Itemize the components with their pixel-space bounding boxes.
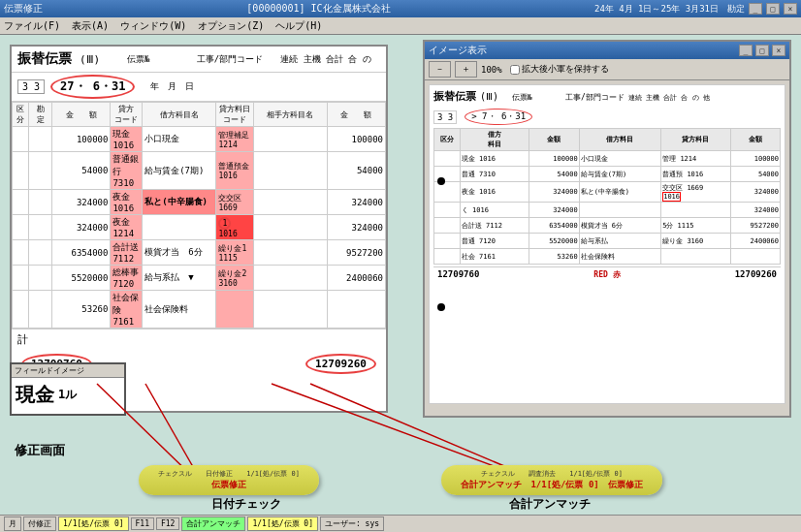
popup-suffix: 1ル	[58, 387, 77, 403]
menu-window[interactable]: ウィンドウ(W)	[120, 19, 186, 33]
img-table-row: く 1016 324000 324000	[434, 203, 781, 218]
status-f11: F11	[131, 517, 154, 530]
form-num-field[interactable]: 3 3	[17, 79, 45, 94]
popup-kanji: 現金	[16, 382, 54, 408]
img-total-left: 12709760	[437, 269, 479, 280]
table-row: 54000 普通銀行7310 給与賃金(7期) 普通預金1016 54000	[13, 152, 386, 190]
date-label: 年 月 日	[150, 80, 194, 93]
img-form-sub: (Ⅲ)	[480, 91, 498, 102]
menu-file[interactable]: ファイル(F)	[4, 19, 60, 33]
minimize-button[interactable]: _	[749, 3, 762, 15]
title-bar-left: 伝票修正	[4, 2, 43, 16]
field-image-popup: フィールドイメージ 現金 1ル	[10, 362, 126, 416]
status-count2: 1/1[処/伝票 0]	[247, 516, 318, 531]
table-row: 324000 夜金1016 私と(中辛腸食) 交交区1669 324000	[13, 190, 386, 215]
popup-content: 現金 1ル	[12, 378, 124, 412]
table-row: 100000 現金1016 小口現金 管理補足1214 100000	[13, 127, 386, 152]
keep-zoom-option: 拡大後小軍を保持する	[510, 63, 609, 76]
table-row: 5520000 総棒事7120 給与系払 ▼ 繰り金23160 2400060	[13, 266, 386, 291]
col-ac-header: 勘定	[29, 103, 52, 127]
oval1-row1: チェクスル 日付修正 1/1[処/伝票 0]	[158, 469, 300, 479]
img-form-title: 振替伝票	[433, 89, 476, 104]
img-date: > 7・ 6・31	[465, 109, 532, 125]
img-table-row: 普通 7120 5520000 給与系払 繰り金 3160 2400060	[434, 234, 781, 249]
zoom-in-button[interactable]: ＋	[455, 61, 477, 78]
keep-zoom-label: 拡大後小軍を保持する	[522, 63, 609, 76]
img-table-row: 合計送 7112 6354000 模貨才当 6分 5分 1115 9527200	[434, 218, 781, 234]
content-area: 振替伝票 (Ⅲ) 伝票№ 工事/部門コード 連続 主機 合計 合 の 3 3 2…	[0, 35, 801, 532]
bottom-oval-area: チェクスル 日付修正 1/1[処/伝票 0] 伝票修正 チェクスル 調査消去 1…	[0, 465, 801, 495]
status-correction: 付修正	[23, 516, 56, 531]
form-title: 振替伝票	[17, 50, 72, 68]
img-denno: 伝票№	[512, 92, 532, 103]
col-debit-code-header: 貸方コード	[111, 103, 143, 127]
status-bar: 月 付修正 1/1[処/伝票 0] F11 F12 合計アンマッチ 1/1[処/…	[0, 515, 801, 532]
right-panel-title-text: イメージ表示	[429, 44, 487, 57]
status-f12: F12	[156, 517, 179, 530]
img-total-row: 12709760 RED 赤 12709260	[433, 266, 781, 282]
main-window: 伝票修正 [00000001] IC化金属株式会社 24年 4月 1日～25年 …	[0, 0, 801, 532]
table-row: 324000 夜金1214 11016 324000	[13, 215, 386, 240]
img-table: 区分 借方科目 金額 借方料目 貸方科目 金額 現金 1016	[433, 128, 781, 265]
img-table-row: 現金 1016 100000 小口現金 管理 1214 100000	[434, 151, 781, 167]
col-credit-name-header: 相手方科目名	[253, 103, 327, 127]
left-form-panel: 振替伝票 (Ⅲ) 伝票№ 工事/部門コード 連続 主機 合計 合 の 3 3 2…	[10, 45, 388, 413]
keep-zoom-checkbox[interactable]	[510, 65, 520, 75]
img-misc: 連続 主機 合計 合 の 他	[628, 93, 710, 103]
col-amount-header: 金 額	[52, 103, 111, 127]
menu-view[interactable]: 表示(A)	[72, 19, 109, 33]
img-num: 3 3	[433, 110, 457, 124]
denno-label: 伝票№	[127, 53, 149, 66]
zoom-out-button[interactable]: －	[429, 61, 451, 78]
title-bar-right: 24年 4月 1日～25年 3月31日 勘定 _ □ ×	[594, 3, 797, 16]
app-title: 伝票修正	[4, 2, 43, 16]
menu-help[interactable]: ヘルプ(H)	[275, 19, 322, 33]
right-minimize-btn[interactable]: _	[739, 45, 753, 56]
right-panel-win-btns: _ □ ×	[739, 45, 785, 56]
right-panel: イメージ表示 _ □ × － ＋ 100% 拡大後小軍を保持する	[423, 40, 791, 418]
table-row: 6354000 合計送7112 模貨才当 6分 繰り金11115 9527200	[13, 240, 386, 266]
col-debit-name-header: 借方科目名	[143, 103, 216, 127]
koji-code-label: 工事/部門コード	[197, 53, 263, 66]
status-month: 月	[4, 516, 21, 531]
total-mismatch-label: 合計アンマッチ	[509, 496, 591, 513]
title-bar-info: 24年 4月 1日～25年 3月31日 勘定	[594, 3, 745, 16]
menu-bar: ファイル(F) 表示(A) ウィンドウ(W) オプション(Z) ヘルプ(H)	[0, 17, 801, 35]
img-table-row: 社会 7161 53260 社会保険料	[434, 249, 781, 265]
img-header-row: 3 3 > 7・ 6・31	[433, 109, 781, 125]
dot-marker-1	[437, 177, 445, 185]
correction-label: 修正画面	[15, 442, 65, 459]
right-panel-title: イメージ表示 _ □ ×	[425, 42, 789, 59]
date-check-label: 日付チェック	[211, 496, 281, 513]
right-close-btn[interactable]: ×	[772, 45, 785, 56]
form-title-row: 振替伝票 (Ⅲ) 伝票№ 工事/部門コード 連続 主機 合計 合 の	[12, 47, 386, 73]
status-count1: 1/1[処/伝票 0]	[58, 516, 129, 531]
right-maximize-btn[interactable]: □	[755, 45, 769, 56]
form-table: 区分 勘定 金 額 貸方コード 借方科目名 貸方料日コード 相手方科目名 金 額	[12, 102, 386, 329]
form-subtitle: (Ⅲ)	[80, 53, 100, 66]
total-row: 計	[12, 329, 386, 350]
date-box: 27・ 6・31	[50, 75, 135, 99]
status-user: ユーザー: sys	[320, 516, 384, 531]
bottom-label-row: 日付チェック 合計アンマッチ	[0, 496, 801, 513]
total-right-circle: 12709260	[305, 354, 376, 374]
title-bar: 伝票修正 [00000001] IC化金属株式会社 24年 4月 1日～25年 …	[0, 0, 801, 17]
close-button[interactable]: ×	[784, 3, 797, 15]
form-header-row: 3 3 27・ 6・31 年 月 日	[12, 73, 386, 102]
img-table-row: 普通 7310 54000 給与賃金(7期) 普通預 1016 54000	[434, 167, 781, 182]
total-mismatch-oval: チェクスル 調査消去 1/1[処/伝票 0] 合計アンマッチ 1/1[処/伝票 …	[441, 465, 661, 495]
col-credit-label-header: 貸方料日コード	[216, 103, 253, 127]
img-koji: 工事/部門コード	[565, 92, 625, 103]
zoom-level: 100%	[481, 65, 502, 75]
img-form-title-row: 振替伝票 (Ⅲ) 伝票№ 工事/部門コード 連続 主機 合計 合 の 他	[433, 89, 781, 107]
title-bar-center: [00000001] IC化金属株式会社	[246, 2, 390, 16]
oval2-row2: 合計アンマッチ 1/1[処/伝票 0] 伝票修正	[461, 479, 642, 491]
popup-title: フィールドイメージ	[12, 364, 124, 378]
right-panel-toolbar: － ＋ 100% 拡大後小軍を保持する	[425, 59, 789, 80]
menu-options[interactable]: オプション(Z)	[198, 19, 264, 33]
img-table-row: 夜金 1016 324000 私と(中辛腸食) 交交区 16691016 324…	[434, 182, 781, 203]
oval2-row1: チェクスル 調査消去 1/1[処/伝票 0]	[461, 469, 642, 479]
right-panel-content: 振替伝票 (Ⅲ) 伝票№ 工事/部門コード 連続 主機 合計 合 の 他 3 3…	[429, 84, 785, 404]
maximize-button[interactable]: □	[766, 3, 780, 15]
col-credit-amount-header: 金 額	[327, 103, 385, 127]
